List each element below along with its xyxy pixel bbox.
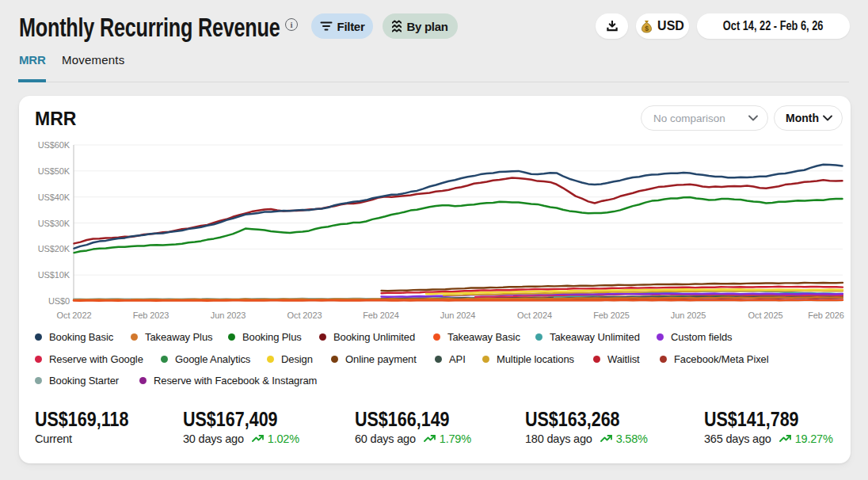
- svg-text:US$60K: US$60K: [38, 140, 70, 150]
- svg-text:Oct 2022: Oct 2022: [57, 310, 92, 320]
- svg-text:Oct 2024: Oct 2024: [517, 310, 552, 320]
- svg-text:US$40K: US$40K: [38, 192, 70, 202]
- svg-text:Feb 2026: Feb 2026: [808, 310, 844, 320]
- svg-text:Feb 2025: Feb 2025: [593, 310, 630, 320]
- svg-text:Jun 2024: Jun 2024: [440, 310, 475, 320]
- svg-text:Oct 2023: Oct 2023: [287, 310, 322, 320]
- svg-text:US$20K: US$20K: [38, 244, 70, 253]
- svg-text:Oct 2025: Oct 2025: [748, 310, 783, 320]
- svg-text:Jun 2025: Jun 2025: [671, 310, 706, 320]
- svg-text:Jun 2023: Jun 2023: [211, 310, 246, 320]
- svg-text:US$0: US$0: [48, 296, 70, 306]
- svg-text:US$50K: US$50K: [38, 166, 70, 176]
- svg-text:US$30K: US$30K: [38, 219, 70, 228]
- svg-text:US$10K: US$10K: [38, 270, 70, 280]
- svg-text:Feb 2024: Feb 2024: [363, 310, 399, 320]
- svg-text:Feb 2023: Feb 2023: [133, 310, 169, 320]
